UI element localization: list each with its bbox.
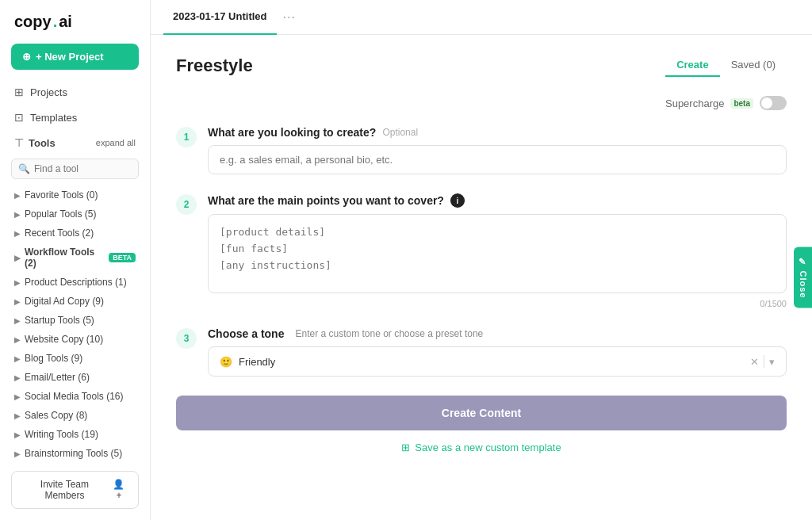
- main-content: 2023-01-17 Untitled ··· Freestyle Create…: [151, 0, 812, 520]
- tool-category-label: Sales Copy (8): [25, 410, 87, 421]
- arrow-icon: ▶: [14, 229, 21, 238]
- tool-list: ▶ Favorite Tools (0) ▶ Popular Tools (5)…: [0, 185, 150, 463]
- step-1-section: 1 What are you looking to create? Option…: [176, 126, 787, 174]
- logo-text: copy: [14, 13, 52, 31]
- tool-category-product[interactable]: ▶ Product Descriptions (1): [0, 273, 150, 292]
- search-input[interactable]: [34, 163, 132, 174]
- projects-icon: ⊞: [14, 86, 24, 98]
- step-2-section: 2 What are the main points you want to c…: [176, 193, 787, 308]
- tab-bar: 2023-01-17 Untitled ···: [151, 0, 812, 35]
- tool-category-website[interactable]: ▶ Website Copy (10): [0, 330, 150, 349]
- content-area: Freestyle Create Saved (0) Supercharge b…: [151, 35, 812, 520]
- supercharge-toggle[interactable]: [760, 96, 787, 110]
- step-2-body: What are the main points you want to cov…: [208, 193, 787, 308]
- tone-sublabel: Enter a custom tone or choose a preset t…: [295, 328, 483, 339]
- chevron-down-icon[interactable]: ▾: [769, 356, 775, 368]
- tool-category-label: Brainstorming Tools (5): [25, 448, 122, 459]
- tool-category-sales[interactable]: ▶ Sales Copy (8): [0, 406, 150, 425]
- sidebar-projects-label: Projects: [30, 86, 67, 98]
- tool-category-label: Startup Tools (5): [25, 315, 94, 326]
- step-3-label: Choose a tone Enter a custom tone or cho…: [208, 327, 787, 340]
- tool-category-label: Digital Ad Copy (9): [25, 296, 104, 307]
- tools-header: ⊤ Tools expand all: [0, 130, 150, 155]
- tool-category-label: Writing Tools (19): [25, 429, 98, 440]
- new-project-label: + New Project: [36, 51, 104, 63]
- tone-select-right: ✕ ▾: [750, 355, 775, 368]
- arrow-icon: ▶: [14, 449, 21, 458]
- content-header: Freestyle Create Saved (0): [176, 54, 787, 77]
- supercharge-beta-tag: beta: [730, 98, 753, 109]
- step-2-number: 2: [176, 194, 197, 215]
- sidebar: copy.ai ⊕ + New Project ⊞ Projects ⊡ Tem…: [0, 0, 151, 520]
- tool-category-social[interactable]: ▶ Social Media Tools (16): [0, 387, 150, 406]
- tool-category-label: Blog Tools (9): [25, 353, 82, 364]
- tool-category-blog[interactable]: ▶ Blog Tools (9): [0, 349, 150, 368]
- page-title: Freestyle: [176, 55, 253, 76]
- create-what-input[interactable]: [208, 145, 787, 174]
- clear-tone-icon[interactable]: ✕: [750, 356, 759, 368]
- step-1-label: What are you looking to create? Optional: [208, 126, 787, 139]
- sidebar-templates-label: Templates: [30, 112, 77, 124]
- supercharge-label: Supercharge: [665, 98, 724, 109]
- close-icon: ✎: [798, 257, 808, 268]
- tool-category-email[interactable]: ▶ Email/Letter (6): [0, 368, 150, 387]
- tool-category-recent[interactable]: ▶ Recent Tools (2): [0, 224, 150, 243]
- logo-dot: .: [53, 13, 58, 31]
- arrow-icon: ▶: [14, 373, 21, 382]
- invite-label: Invite Team Members: [23, 479, 106, 501]
- sidebar-item-projects[interactable]: ⊞ Projects: [0, 79, 150, 105]
- arrow-icon: ▶: [14, 210, 21, 219]
- tool-category-label: Workflow Tools (2): [25, 247, 102, 269]
- close-label: Close: [799, 271, 808, 299]
- tone-emoji: 🙂: [220, 356, 232, 368]
- new-project-button[interactable]: ⊕ + New Project: [11, 44, 139, 70]
- tab-title: 2023-01-17 Untitled: [173, 10, 267, 22]
- tools-icon: ⊤: [14, 136, 24, 149]
- create-content-button[interactable]: Create Content: [176, 396, 787, 430]
- invite-icon: 👤+: [111, 479, 127, 501]
- main-points-textarea[interactable]: [208, 214, 787, 293]
- search-icon: 🔍: [18, 163, 30, 174]
- invite-team-members-button[interactable]: Invite Team Members 👤+: [11, 471, 139, 509]
- save-template[interactable]: ⊞ Save as a new custom template: [176, 442, 787, 453]
- close-panel-button[interactable]: ✎ Close: [794, 247, 812, 308]
- step-2-label: What are the main points you want to cov…: [208, 193, 787, 208]
- arrow-icon: ▶: [14, 392, 21, 401]
- save-template-label: Save as a new custom template: [415, 442, 561, 453]
- arrow-icon: ▶: [14, 278, 21, 287]
- tool-category-label: Social Media Tools (16): [25, 391, 124, 402]
- tool-category-brainstorm[interactable]: ▶ Brainstorming Tools (5): [0, 444, 150, 463]
- logo-suffix: ai: [59, 13, 72, 31]
- tab-more-options[interactable]: ···: [283, 10, 296, 25]
- tabs-right: Create Saved (0): [665, 54, 787, 77]
- tab-saved[interactable]: Saved (0): [720, 54, 787, 77]
- tool-category-writing[interactable]: ▶ Writing Tools (19): [0, 425, 150, 444]
- tool-category-favorite[interactable]: ▶ Favorite Tools (0): [0, 185, 150, 205]
- logo: copy.ai: [0, 0, 150, 40]
- tool-category-label: Website Copy (10): [25, 334, 103, 345]
- sidebar-item-templates[interactable]: ⊡ Templates: [0, 105, 150, 130]
- tool-category-workflow[interactable]: ▶ Workflow Tools (2) BETA: [0, 243, 150, 273]
- tool-category-label: Product Descriptions (1): [25, 277, 127, 288]
- step-1-number: 1: [176, 127, 197, 147]
- tool-category-popular[interactable]: ▶ Popular Tools (5): [0, 205, 150, 224]
- tools-label: Tools: [29, 137, 56, 149]
- tone-select-left: 🙂 Friendly: [220, 356, 275, 368]
- step-3-body: Choose a tone Enter a custom tone or cho…: [208, 327, 787, 377]
- save-template-icon: ⊞: [401, 442, 410, 453]
- tool-category-startup[interactable]: ▶ Startup Tools (5): [0, 311, 150, 330]
- expand-all-button[interactable]: expand all: [96, 138, 136, 147]
- arrow-icon: ▶: [14, 430, 21, 439]
- arrow-icon: ▶: [14, 354, 21, 363]
- tab-create[interactable]: Create: [665, 54, 719, 77]
- tab-current-document[interactable]: 2023-01-17 Untitled: [163, 0, 277, 35]
- search-box: 🔍: [11, 159, 139, 179]
- plus-icon: ⊕: [22, 51, 31, 63]
- info-icon: i: [450, 193, 465, 208]
- tone-select[interactable]: 🙂 Friendly ✕ ▾: [208, 346, 787, 377]
- tone-value: Friendly: [239, 356, 275, 368]
- tool-category-label: Email/Letter (6): [25, 372, 90, 383]
- tool-category-digital[interactable]: ▶ Digital Ad Copy (9): [0, 292, 150, 311]
- arrow-icon: ▶: [14, 191, 21, 200]
- beta-badge: BETA: [109, 253, 136, 262]
